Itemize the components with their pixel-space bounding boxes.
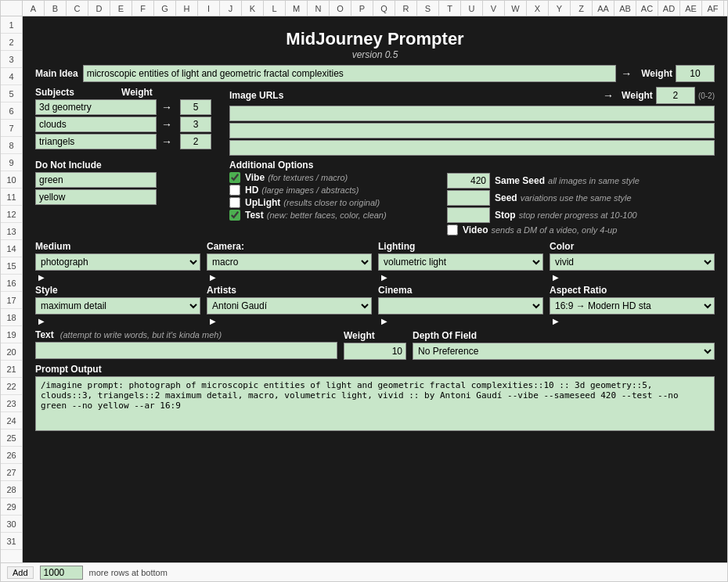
artists-select[interactable]: Antoni Gaudí Salvador Dalí Frida Kahlo P… [207,297,372,314]
row-17[interactable]: 17 [1,292,22,309]
col-ab[interactable]: AB [614,1,636,16]
col-s[interactable]: S [417,1,439,16]
col-af[interactable]: AF [702,1,724,16]
col-ag[interactable]: AG [724,1,728,16]
vibe-checkbox[interactable] [229,172,240,183]
do-not-input-2[interactable] [35,189,157,205]
row-3[interactable]: 3 [1,51,22,68]
main-idea-weight-input[interactable] [676,65,715,82]
col-aa[interactable]: AA [593,1,614,16]
col-ad[interactable]: AD [658,1,680,16]
cinema-select[interactable]: cinematic film noir anime documentary [378,297,543,314]
aspect-ratio-select[interactable]: 16:9 → Modern HD sta 1:1 → Square 9:16 →… [550,297,715,314]
col-r[interactable]: R [395,1,417,16]
row-1[interactable]: 1 [1,16,22,34]
medium-select[interactable]: photograph painting sketch digital art 3… [35,253,200,271]
col-g[interactable]: G [154,1,176,16]
do-not-input-1[interactable] [35,172,157,188]
col-y[interactable]: Y [549,1,571,16]
row-14[interactable]: 14 [1,240,22,257]
image-url-input-1[interactable] [229,106,715,121]
row-27[interactable]: 27 [1,464,22,481]
image-url-input-2[interactable] [229,123,715,138]
image-url-input-3[interactable] [229,140,715,156]
row-12[interactable]: 12 [1,206,22,223]
col-m[interactable]: M [286,1,308,16]
rows-input[interactable] [40,566,83,580]
row-26[interactable]: 26 [1,447,22,464]
color-play-button[interactable]: ▶ [550,272,562,282]
style-play-button[interactable]: ▶ [35,316,48,326]
row-28[interactable]: 28 [1,481,22,498]
col-f[interactable]: F [132,1,154,16]
row-18[interactable]: 18 [1,309,22,326]
row-24[interactable]: 24 [1,412,22,429]
col-n[interactable]: N [308,1,330,16]
col-e[interactable]: E [110,1,132,16]
color-select[interactable]: vivid muted pastel monochrome warm [550,253,715,271]
row-6[interactable]: 6 [1,102,22,120]
uplight-checkbox[interactable] [229,197,240,208]
seed-input[interactable] [447,190,490,206]
artists-play-button[interactable]: ▶ [207,316,219,326]
col-w[interactable]: W [505,1,527,16]
main-idea-input[interactable] [83,65,617,82]
row-8[interactable]: 8 [1,137,22,154]
row-20[interactable]: 20 [1,343,22,361]
subject-weight-2[interactable] [180,117,211,132]
col-a[interactable]: A [23,1,45,16]
subject-input-3[interactable] [35,134,157,149]
row-19[interactable]: 19 [1,326,22,343]
medium-play-button[interactable]: ▶ [35,272,48,282]
row-29[interactable]: 29 [1,498,22,516]
row-30[interactable]: 30 [1,516,22,533]
hd-checkbox[interactable] [229,185,240,196]
col-k[interactable]: K [242,1,264,16]
row-7[interactable]: 7 [1,120,22,137]
row-21[interactable]: 21 [1,361,22,378]
subject-weight-1[interactable] [180,99,211,115]
col-u[interactable]: U [461,1,483,16]
row-16[interactable]: 16 [1,275,22,292]
col-p[interactable]: P [351,1,373,16]
row-10[interactable]: 10 [1,171,22,189]
depth-of-field-select[interactable]: No Preference Shallow Deep Medium [413,343,715,360]
row-9[interactable]: 9 [1,154,22,171]
add-button[interactable]: Add [7,566,34,579]
aspect-ratio-play-button[interactable]: ▶ [550,316,562,326]
row-2[interactable]: 2 [1,34,22,51]
text-input[interactable] [35,342,337,359]
cinema-play-button[interactable]: ▶ [378,316,391,326]
col-ae[interactable]: AE [680,1,702,16]
col-d[interactable]: D [88,1,110,16]
subject-input-2[interactable] [35,117,157,132]
stop-input[interactable] [447,207,490,223]
lighting-play-button[interactable]: ▶ [378,272,391,282]
col-b[interactable]: B [45,1,67,16]
row-25[interactable]: 25 [1,429,22,447]
col-l[interactable]: L [264,1,286,16]
lighting-select[interactable]: volumetric light soft hard natural studi… [378,253,543,271]
col-q[interactable]: Q [373,1,395,16]
video-checkbox[interactable] [447,225,458,235]
col-h[interactable]: H [176,1,198,16]
row-15[interactable]: 15 [1,257,22,275]
row-5[interactable]: 5 [1,85,22,102]
row-23[interactable]: 23 [1,395,22,412]
col-z[interactable]: Z [571,1,593,16]
camera-play-button[interactable]: ▶ [207,272,219,282]
style-select[interactable]: maximum detail minimalist abstract reali… [35,297,200,314]
row-31[interactable]: 31 [1,533,22,550]
row-13[interactable]: 13 [1,223,22,240]
col-ac[interactable]: AC [636,1,658,16]
image-urls-weight-input[interactable] [656,87,695,104]
test-checkbox[interactable] [229,210,240,221]
camera-select[interactable]: macro wide angle telephoto fisheye portr… [207,253,372,271]
row-4[interactable]: 4 [1,68,22,85]
prompt-output-textarea[interactable]: /imagine prompt: photograph of microscop… [35,376,715,431]
col-o[interactable]: O [330,1,351,16]
col-t[interactable]: T [439,1,461,16]
same-seed-input[interactable] [447,173,490,189]
subject-input-1[interactable] [35,99,157,115]
col-i[interactable]: I [198,1,220,16]
